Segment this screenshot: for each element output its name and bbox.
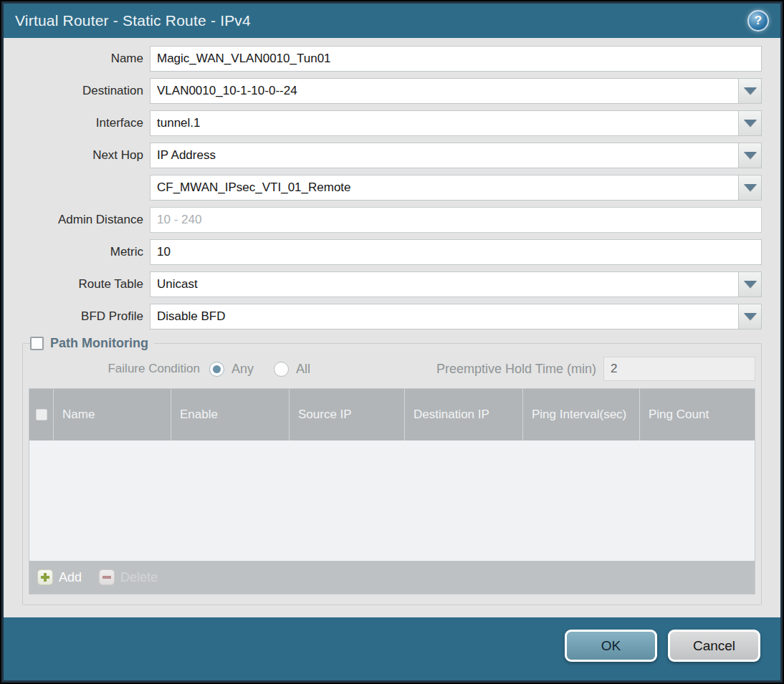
failure-condition-any-radio[interactable]	[209, 362, 224, 377]
failure-condition-all-radio[interactable]	[274, 362, 289, 377]
select-all-checkbox[interactable]	[36, 409, 47, 420]
destination-label: Destination	[22, 84, 150, 98]
minus-icon	[99, 569, 115, 585]
table-body-empty	[29, 440, 755, 561]
chevron-down-icon	[744, 120, 757, 127]
form-row-next-hop-address	[22, 175, 762, 201]
chevron-down-icon	[744, 152, 757, 159]
admin-distance-input[interactable]	[150, 207, 762, 233]
dialog-body: Name Destination Interface	[4, 38, 780, 617]
ok-button[interactable]: OK	[565, 630, 657, 662]
dialog-footer: OK Cancel	[4, 617, 780, 680]
chevron-down-icon	[744, 281, 757, 288]
plus-icon	[37, 569, 53, 585]
next-hop-address-dropdown-button[interactable]	[738, 175, 762, 201]
chevron-down-icon	[744, 87, 757, 95]
bfd-profile-label: BFD Profile	[22, 309, 150, 324]
form-row-destination: Destination	[22, 78, 762, 104]
failure-condition-any-label: Any	[231, 362, 254, 377]
route-table-dropdown-button[interactable]	[738, 271, 762, 297]
destination-input[interactable]	[150, 78, 739, 104]
table-header-source-ip: Source IP	[290, 389, 405, 440]
table-header-enable: Enable	[171, 389, 290, 440]
chevron-down-icon	[744, 184, 757, 191]
path-monitoring-section: Path Monitoring Failure Condition Any Al…	[22, 336, 762, 605]
form-row-bfd-profile: BFD Profile	[22, 304, 762, 329]
path-monitoring-legend: Path Monitoring	[30, 336, 154, 351]
name-label: Name	[22, 52, 150, 66]
interface-dropdown-button[interactable]	[738, 110, 762, 136]
admin-distance-label: Admin Distance	[22, 213, 150, 227]
delete-button[interactable]: Delete	[99, 569, 158, 585]
metric-input[interactable]	[150, 239, 762, 265]
destination-dropdown-button[interactable]	[738, 78, 762, 104]
failure-condition-all-label: All	[296, 362, 310, 377]
table-header-destination-ip: Destination IP	[405, 389, 523, 440]
path-monitoring-table: Name Enable Source IP Destination IP Pin…	[29, 388, 755, 594]
form-row-name: Name	[22, 46, 762, 72]
bfd-profile-dropdown-button[interactable]	[738, 304, 762, 329]
failure-condition-row: Failure Condition Any All Preemptive Hol…	[29, 357, 755, 381]
next-hop-address-input[interactable]	[150, 175, 739, 201]
chevron-down-icon	[744, 313, 757, 320]
route-table-input[interactable]	[150, 271, 739, 297]
dialog-window: Virtual Router - Static Route - IPv4 ? N…	[0, 0, 784, 684]
table-header-ping-interval: Ping Interval(sec)	[523, 389, 640, 440]
help-icon[interactable]: ?	[747, 10, 769, 32]
table-header-row: Name Enable Source IP Destination IP Pin…	[29, 389, 755, 440]
form-row-interface: Interface	[22, 110, 762, 136]
form-row-metric: Metric	[22, 239, 762, 265]
form-row-next-hop: Next Hop	[22, 143, 762, 168]
add-button[interactable]: Add	[37, 569, 82, 585]
title-bar: Virtual Router - Static Route - IPv4 ?	[4, 4, 780, 38]
preemptive-hold-time-label: Preemptive Hold Time (min)	[436, 362, 596, 377]
cancel-button[interactable]: Cancel	[668, 630, 760, 662]
form-row-admin-distance: Admin Distance	[22, 207, 762, 233]
interface-input[interactable]	[150, 110, 739, 136]
path-monitoring-checkbox[interactable]	[30, 337, 44, 350]
table-header-select-cell	[29, 389, 54, 440]
interface-label: Interface	[22, 116, 150, 130]
next-hop-type-input[interactable]	[150, 143, 739, 168]
next-hop-type-dropdown-button[interactable]	[738, 143, 762, 168]
delete-button-label: Delete	[120, 570, 158, 585]
route-table-label: Route Table	[22, 277, 150, 292]
dialog-frame: Virtual Router - Static Route - IPv4 ? N…	[1, 1, 783, 683]
metric-label: Metric	[22, 245, 150, 259]
table-toolbar: Add Delete	[29, 561, 755, 594]
name-input[interactable]	[150, 46, 762, 72]
failure-condition-label: Failure Condition	[29, 362, 209, 376]
path-monitoring-title: Path Monitoring	[50, 336, 148, 351]
table-header-ping-count: Ping Count	[640, 389, 755, 440]
add-button-label: Add	[59, 570, 82, 585]
table-header-name: Name	[54, 389, 171, 440]
next-hop-label: Next Hop	[22, 148, 150, 163]
bfd-profile-input[interactable]	[150, 304, 739, 329]
form-row-route-table: Route Table	[22, 271, 762, 297]
dialog-title: Virtual Router - Static Route - IPv4	[15, 12, 251, 29]
preemptive-hold-time-input[interactable]	[603, 357, 755, 381]
